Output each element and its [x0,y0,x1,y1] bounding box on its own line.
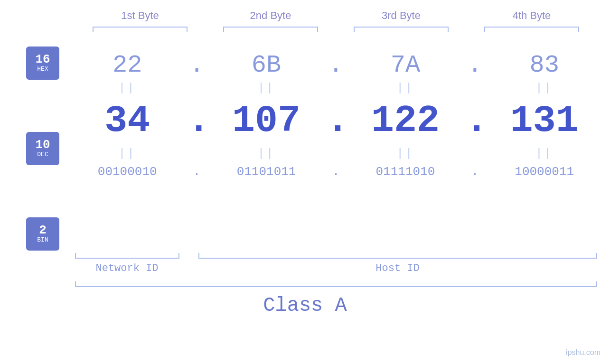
equals-1: || [75,82,179,94]
network-bracket [75,253,179,259]
hex-cell-2: 6B [214,51,319,79]
top-brackets [75,27,597,32]
bin-value-2: 01101011 [237,165,296,179]
dec-dot-3: . [465,99,484,142]
hex-badge-label: HEX [37,65,48,73]
bracket-1 [93,27,188,32]
bin-value-3: 01111010 [375,165,435,179]
dec-badge-label: DEC [37,151,48,159]
badges-column: 16 HEX 10 DEC 2 BIN [0,47,62,251]
bin-cell-1: 00100010 [75,165,179,179]
hex-dot-2: . [326,51,345,79]
bottom-brackets-row [75,253,597,259]
dec-row: 34 . 107 . 122 . 131 [62,99,610,142]
equals-row-2: || || || || [62,147,610,160]
hex-value-2: 6B [252,51,281,79]
host-id-label: Host ID [198,262,597,274]
dec-value-1: 34 [104,99,150,142]
equals-8: || [492,147,597,160]
hex-value-1: 22 [113,51,142,79]
bin-dot-2: . [326,165,345,179]
hex-value-3: 7A [391,51,420,79]
byte-label-3: 3rd Byte [349,9,453,22]
bottom-labels-row: Network ID Host ID [75,262,597,274]
values-grid: 22 . 6B . 7A . 83 || || [62,47,610,251]
hex-dot-3: . [465,51,484,79]
dec-cell-2: 107 [214,99,319,142]
bracket-2 [223,27,318,32]
bin-row: 00100010 . 01101011 . 01111010 . 1000001… [62,165,610,179]
equals-5: || [75,147,179,160]
class-label: Class A [0,294,610,317]
bin-value-1: 00100010 [98,165,157,179]
watermark: ipshu.com [566,348,601,357]
equals-row-1: || || || || [62,82,610,94]
network-id-label: Network ID [75,262,179,274]
bin-dot-3: . [465,165,484,179]
bin-cell-4: 10000011 [492,165,597,179]
bin-cell-2: 01101011 [214,165,319,179]
equals-4: || [492,82,597,94]
hex-cell-1: 22 [75,51,179,79]
hex-value-4: 83 [530,51,559,79]
dec-value-3: 122 [371,99,440,142]
dec-badge: 10 DEC [26,132,59,165]
outer-bracket-row [75,281,597,287]
byte-label-1: 1st Byte [88,9,192,22]
outer-bracket [75,281,597,287]
hex-cell-4: 83 [492,51,597,79]
dec-value-4: 131 [510,99,579,142]
hex-row: 22 . 6B . 7A . 83 [62,51,610,79]
hex-dot-1: . [188,51,206,79]
host-bracket [198,253,597,259]
bottom-section: Network ID Host ID [75,253,597,274]
dec-cell-1: 34 [75,99,179,142]
bracket-3 [354,27,449,32]
main-container: 1st Byte 2nd Byte 3rd Byte 4th Byte 16 H… [0,0,610,364]
byte-label-4: 4th Byte [479,9,584,22]
bracket-4 [484,27,579,32]
equals-2: || [214,82,319,94]
hex-badge-number: 16 [35,53,50,65]
dec-dot-2: . [326,99,345,142]
bin-value-4: 10000011 [515,165,574,179]
byte-label-2: 2nd Byte [218,9,323,22]
bin-badge-label: BIN [37,236,48,244]
hex-cell-3: 7A [353,51,458,79]
bin-badge-number: 2 [39,224,47,236]
dec-badge-number: 10 [35,139,50,151]
equals-3: || [353,82,458,94]
dec-dot-1: . [188,99,206,142]
dec-cell-4: 131 [492,99,597,142]
bin-cell-3: 01111010 [353,165,458,179]
header-row: 1st Byte 2nd Byte 3rd Byte 4th Byte [75,9,597,22]
bin-badge: 2 BIN [26,217,59,251]
bin-dot-1: . [188,165,206,179]
dec-cell-3: 122 [353,99,458,142]
equals-7: || [353,147,458,160]
dec-value-2: 107 [232,99,300,142]
equals-6: || [214,147,319,160]
hex-badge: 16 HEX [26,47,59,80]
